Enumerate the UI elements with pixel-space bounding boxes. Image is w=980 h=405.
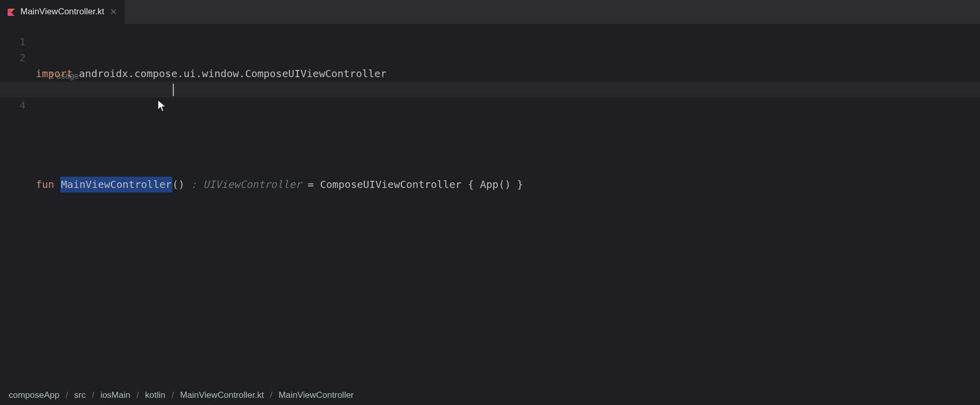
breadcrumb-item[interactable]: src [74, 390, 86, 400]
brace-open: { [462, 177, 480, 193]
brace-close: } [511, 177, 523, 193]
code-editor[interactable]: 1 2 3 4 1 usage import androidx.compose.… [0, 24, 980, 386]
file-tab[interactable]: MainViewController.kt [0, 0, 125, 24]
type-hint: UIViewController [203, 177, 302, 193]
breadcrumb-separator: / [65, 390, 68, 400]
breadcrumb-item[interactable]: composeApp [9, 390, 59, 400]
equals-operator: = [302, 177, 320, 193]
tab-bar: MainViewController.kt [0, 0, 980, 24]
keyword-import: import [36, 66, 73, 82]
close-tab-icon[interactable] [109, 8, 118, 16]
tab-filename: MainViewController.kt [20, 7, 104, 17]
breadcrumb-separator: / [92, 390, 95, 400]
code-line-1[interactable]: import androidx.compose.ui.window.Compos… [36, 66, 980, 82]
code-line-4[interactable] [36, 224, 980, 240]
line-number: 1 [0, 34, 26, 50]
text-caret [173, 84, 174, 96]
breadcrumb-item[interactable]: iosMain [100, 390, 130, 400]
code-line-3[interactable]: fun MainViewController() : UIViewControl… [36, 177, 980, 193]
parentheses: () [172, 177, 185, 193]
keyword-fun: fun [36, 177, 54, 193]
line-number: 2 [0, 50, 26, 66]
parentheses: () [498, 177, 511, 193]
line-number: 4 [0, 98, 26, 113]
breadcrumb-item[interactable]: MainViewController.kt [180, 390, 264, 400]
breadcrumb-separator: / [136, 390, 139, 400]
function-call-app: App [480, 177, 498, 193]
import-package: androidx.compose.ui.window.ComposeUIView… [79, 66, 386, 82]
code-line-2[interactable] [36, 113, 980, 129]
breadcrumb-item[interactable]: MainViewController [279, 390, 354, 400]
breadcrumbs-bar: composeApp / src / iosMain / kotlin / Ma… [0, 386, 980, 405]
breadcrumb-item[interactable]: kotlin [145, 390, 166, 400]
type-hint-colon: : [185, 177, 203, 193]
breadcrumb-separator: / [270, 390, 272, 400]
function-name-selected: MainViewController [60, 177, 172, 193]
kotlin-file-icon [7, 8, 15, 16]
breadcrumb-separator: / [171, 390, 174, 400]
tab-bar-empty [125, 0, 980, 24]
function-call: ComposeUIViewController [320, 177, 462, 193]
code-area[interactable]: import androidx.compose.ui.window.Compos… [36, 24, 980, 386]
